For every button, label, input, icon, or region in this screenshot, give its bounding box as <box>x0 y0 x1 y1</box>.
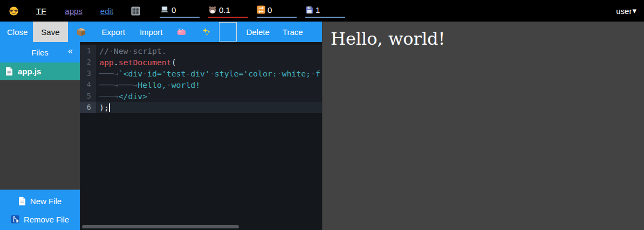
hamster-counter[interactable]: 0.1 <box>208 4 248 18</box>
export-button[interactable]: Export <box>102 27 125 37</box>
delete-button[interactable]: Delete <box>246 27 269 37</box>
remove-file-button[interactable]: Remove File <box>0 212 80 227</box>
main-area: Close Save Export Import <box>0 22 644 230</box>
horizontal-scrollbar[interactable] <box>82 225 239 228</box>
remove-file-icon <box>11 215 19 224</box>
text-cursor <box>109 103 110 112</box>
document-icon <box>5 67 13 76</box>
menubar-link-apps[interactable]: apps <box>65 6 83 16</box>
counter-value: 1 <box>316 5 320 15</box>
files-header: Files « <box>0 42 80 62</box>
code-line-2[interactable]: 2app.setDocument( <box>80 57 322 68</box>
code-lines: 1//·New·script.2app.setDocument(3───→`<d… <box>80 45 322 113</box>
user-menu-label: user <box>616 6 632 16</box>
user-menu[interactable]: user ▾ <box>616 6 636 16</box>
line-number: 3 <box>80 68 96 79</box>
line-number: 2 <box>80 57 96 68</box>
top-menubar: TF apps edit 0 <box>0 0 644 22</box>
status-counters: 0 0.1 0 <box>160 4 345 18</box>
floppy-counter[interactable]: 1 <box>305 4 345 18</box>
floppy-icon <box>305 6 313 14</box>
package-icon[interactable] <box>77 27 86 37</box>
collapse-sidebar-button[interactable]: « <box>68 46 73 56</box>
repeat-icon <box>257 5 265 14</box>
smiling-face-sunglasses-icon[interactable] <box>9 6 18 16</box>
files-sidebar: Files « app.js <box>0 42 80 230</box>
code-line-6[interactable]: 6); <box>80 102 322 113</box>
counter-value: 0 <box>268 5 272 15</box>
empty-icon-button[interactable] <box>219 22 237 41</box>
code-editor[interactable]: 1//·New·script.2app.setDocument(3───→`<d… <box>80 42 322 230</box>
counter-value: 0.1 <box>219 5 230 15</box>
hamster-icon <box>208 5 217 14</box>
sidebar-empty-space <box>0 80 80 190</box>
repeat-counter[interactable]: 0 <box>257 4 297 18</box>
counter-value: 0 <box>172 5 176 15</box>
sparkles-icon[interactable] <box>202 27 211 36</box>
file-item-appjs[interactable]: app.js <box>0 62 80 80</box>
menubar-link-tf[interactable]: TF <box>36 6 46 16</box>
menubar-link-edit[interactable]: edit <box>100 6 113 16</box>
document-preview: Hello, world! <box>322 22 644 230</box>
line-number: 1 <box>80 45 96 57</box>
sidebar-actions: New File <box>0 190 80 230</box>
laptop-counter[interactable]: 0 <box>160 4 200 18</box>
line-number: 6 <box>80 102 96 113</box>
code-line-1[interactable]: 1//·New·script. <box>80 45 322 57</box>
close-button[interactable]: Close <box>7 27 28 37</box>
save-button[interactable]: Save <box>33 22 67 42</box>
laptop-icon <box>160 6 169 13</box>
editor-pane: Close Save Export Import <box>0 22 322 230</box>
editor-toolbar: Close Save Export Import <box>0 22 322 42</box>
line-number: 4 <box>80 79 96 90</box>
remove-file-label: Remove File <box>24 215 69 224</box>
import-button[interactable]: Import <box>140 27 163 37</box>
code-line-4[interactable]: 4───→───→Hello,·world! <box>80 79 322 90</box>
trace-button[interactable]: Trace <box>283 27 303 37</box>
file-name: app.js <box>18 67 41 76</box>
control-knobs-icon[interactable] <box>131 6 140 16</box>
files-title: Files <box>31 48 49 57</box>
code-line-3[interactable]: 3───→`<div·id='test-div'·style='color:·w… <box>80 68 322 79</box>
code-line-5[interactable]: 5───→</div>` <box>80 90 322 102</box>
new-file-icon <box>18 197 26 206</box>
preview-heading: Hello, world! <box>331 29 644 49</box>
chevron-down-icon: ▾ <box>632 6 636 16</box>
soap-icon[interactable] <box>177 28 186 36</box>
new-file-button[interactable]: New File <box>0 193 80 208</box>
line-number: 5 <box>80 90 96 102</box>
new-file-label: New File <box>30 197 61 206</box>
